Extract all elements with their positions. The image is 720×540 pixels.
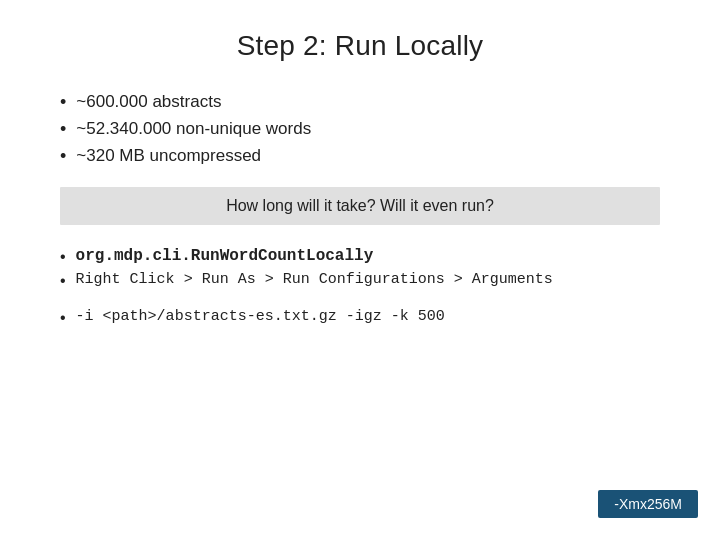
bullet-list-2: org.mdp.cli.RunWordCountLocally Right Cl… — [60, 247, 660, 290]
bullet-item-right-click: Right Click > Run As > Run Configuration… — [60, 271, 660, 290]
slide-title: Step 2: Run Locally — [60, 30, 660, 62]
bullet-list-1: ~600.000 abstracts ~52.340.000 non-uniqu… — [60, 92, 660, 167]
bullet-item-args: -i <path>/abstracts-es.txt.gz -igz -k 50… — [60, 308, 660, 327]
bullet-item-1: ~600.000 abstracts — [60, 92, 660, 113]
bullet-item-2: ~52.340.000 non-unique words — [60, 119, 660, 140]
bullet-item-3: ~320 MB uncompressed — [60, 146, 660, 167]
bullet-item-run-class: org.mdp.cli.RunWordCountLocally — [60, 247, 660, 266]
bullet-list-3: -i <path>/abstracts-es.txt.gz -igz -k 50… — [60, 308, 660, 327]
highlight-box: How long will it take? Will it even run? — [60, 187, 660, 225]
slide-container: Step 2: Run Locally ~600.000 abstracts ~… — [0, 0, 720, 540]
accent-badge: -Xmx256M — [598, 490, 698, 518]
